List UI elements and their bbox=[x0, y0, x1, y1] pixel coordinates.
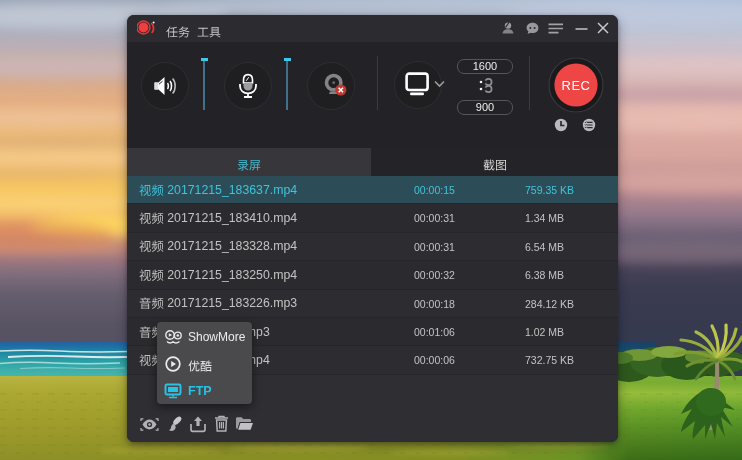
svg-text:REC: REC bbox=[561, 78, 590, 93]
